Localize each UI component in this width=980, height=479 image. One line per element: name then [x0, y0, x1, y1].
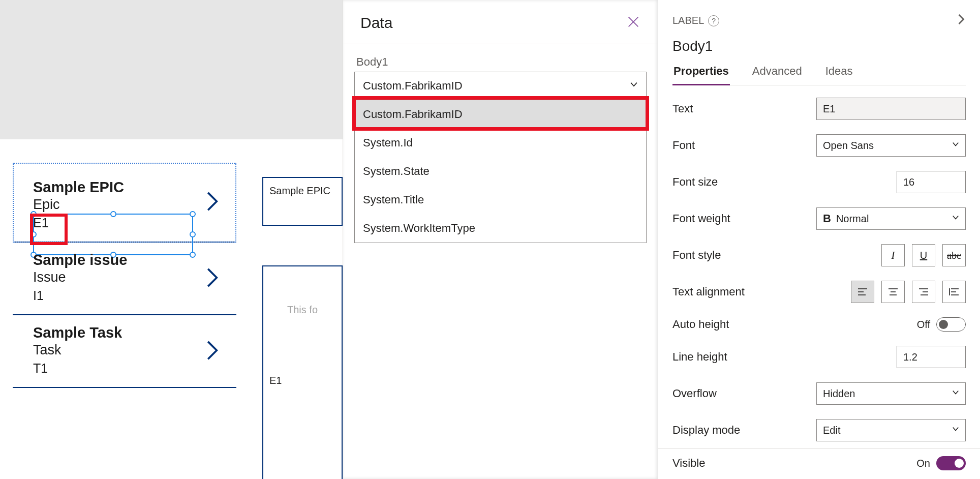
- font-size-input[interactable]: 16: [897, 171, 966, 193]
- gallery-item[interactable]: Sample Task Task T1: [13, 315, 236, 388]
- toggle-value-label: On: [916, 458, 930, 469]
- tab-properties[interactable]: Properties: [672, 62, 730, 85]
- gallery-item[interactable]: Sample issue Issue I1: [13, 243, 236, 315]
- detail-card-header[interactable]: Sample EPIC: [262, 177, 343, 226]
- resize-handle[interactable]: [190, 211, 196, 217]
- align-right-button[interactable]: [912, 281, 935, 303]
- dropdown-option[interactable]: Custom.FabrikamID: [355, 100, 646, 129]
- strikethrough-button[interactable]: abc: [942, 244, 966, 266]
- dropdown-option[interactable]: System.WorkItemType: [355, 214, 646, 243]
- dropdown-option[interactable]: System.Id: [355, 129, 646, 157]
- font-select[interactable]: Open Sans: [816, 134, 966, 157]
- resize-handle[interactable]: [30, 211, 37, 217]
- gallery-item-title: Sample issue: [33, 252, 231, 268]
- detail-header-text: Sample EPIC: [269, 185, 330, 196]
- properties-tabs: Properties Advanced Ideas: [672, 62, 966, 85]
- data-panel-title: Data: [360, 14, 392, 32]
- chevron-right-icon[interactable]: [205, 266, 221, 291]
- display-mode-value: Edit: [823, 425, 840, 436]
- align-left-button[interactable]: [851, 281, 874, 303]
- chevron-down-icon: [629, 79, 639, 93]
- visible-toggle[interactable]: [936, 456, 966, 470]
- gallery-item-id: T1: [33, 361, 231, 376]
- resize-handle[interactable]: [110, 211, 116, 217]
- prop-label-text: Text: [672, 102, 693, 115]
- prop-label-displaymode: Display mode: [672, 424, 740, 437]
- chevron-right-icon[interactable]: [957, 12, 966, 29]
- resize-handle[interactable]: [190, 231, 196, 237]
- chevron-down-icon: [951, 388, 960, 400]
- data-field-select[interactable]: Custom.FabrikamID: [354, 72, 647, 100]
- align-center-icon: [887, 287, 899, 297]
- prop-label-textalign: Text alignment: [672, 285, 745, 298]
- chevron-down-icon: [951, 425, 960, 436]
- properties-panel: LABEL ? Body1 Properties Advanced Ideas …: [658, 0, 980, 479]
- chevron-down-icon: [951, 213, 960, 225]
- help-icon[interactable]: ?: [708, 15, 719, 26]
- detail-id-text: E1: [269, 375, 335, 386]
- resize-handle[interactable]: [30, 231, 37, 237]
- gallery-item-title: Sample EPIC: [33, 179, 231, 196]
- tab-ideas[interactable]: Ideas: [824, 62, 854, 85]
- underline-button[interactable]: U: [912, 244, 935, 266]
- gallery-item-type: Issue: [33, 270, 231, 285]
- gallery-item-id: I1: [33, 288, 231, 303]
- chevron-right-icon[interactable]: [205, 190, 221, 215]
- toggle-value-label: Off: [917, 319, 930, 331]
- chevron-right-icon[interactable]: [205, 339, 221, 364]
- gallery-item[interactable]: Sample EPIC Epic E1: [13, 163, 236, 243]
- data-field-label: Body1: [356, 55, 647, 69]
- italic-icon: I: [891, 249, 895, 262]
- prop-label-fontstyle: Font style: [672, 249, 721, 262]
- prop-label-fontsize: Font size: [672, 175, 718, 189]
- prop-label-lineheight: Line height: [672, 350, 727, 364]
- overflow-select[interactable]: Hidden: [816, 382, 966, 405]
- display-mode-select[interactable]: Edit: [816, 419, 966, 441]
- element-name: Body1: [672, 38, 966, 54]
- italic-button[interactable]: I: [881, 244, 905, 266]
- dropdown-option[interactable]: System.State: [355, 157, 646, 186]
- data-panel: Data Body1 Custom.FabrikamID Custom.Fabr…: [343, 0, 658, 479]
- auto-height-toggle[interactable]: [936, 317, 966, 332]
- align-justify-icon: [948, 287, 960, 297]
- font-weight-select[interactable]: B Normal: [816, 207, 966, 230]
- bold-icon: B: [823, 212, 831, 225]
- gallery[interactable]: Sample EPIC Epic E1: [13, 163, 236, 388]
- tab-advanced[interactable]: Advanced: [751, 62, 803, 85]
- align-justify-button[interactable]: [942, 281, 966, 303]
- prop-label-font: Font: [672, 139, 695, 152]
- font-weight-value: Normal: [836, 213, 869, 225]
- dropdown-option[interactable]: System.Title: [355, 186, 646, 214]
- close-icon[interactable]: [626, 15, 640, 31]
- align-center-button[interactable]: [881, 281, 905, 303]
- detail-placeholder: This fo: [269, 304, 335, 316]
- overflow-value: Hidden: [823, 388, 855, 400]
- underline-icon: U: [920, 250, 927, 261]
- prop-label-autoheight: Auto height: [672, 318, 729, 331]
- detail-card-body[interactable]: This fo E1: [262, 265, 343, 479]
- line-height-input[interactable]: 1.2: [897, 346, 966, 368]
- data-field-dropdown: Custom.FabrikamID System.Id System.State…: [354, 100, 647, 243]
- text-input[interactable]: E1: [816, 98, 966, 120]
- align-right-icon: [917, 287, 930, 297]
- gallery-item-type: Task: [33, 342, 231, 358]
- strikethrough-icon: abc: [947, 250, 961, 261]
- align-left-icon: [856, 287, 869, 297]
- prop-label-overflow: Overflow: [672, 387, 717, 400]
- font-value: Open Sans: [823, 140, 874, 152]
- gallery-item-type: Epic: [33, 197, 231, 213]
- prop-label-fontweight: Font weight: [672, 212, 730, 225]
- chevron-down-icon: [951, 140, 960, 152]
- element-type-label: LABEL: [672, 15, 704, 26]
- design-canvas[interactable]: Sample EPIC Epic E1: [0, 0, 343, 479]
- gallery-item-title: Sample Task: [33, 324, 231, 341]
- prop-label-visible: Visible: [672, 457, 705, 470]
- select-value: Custom.FabrikamID: [363, 79, 463, 93]
